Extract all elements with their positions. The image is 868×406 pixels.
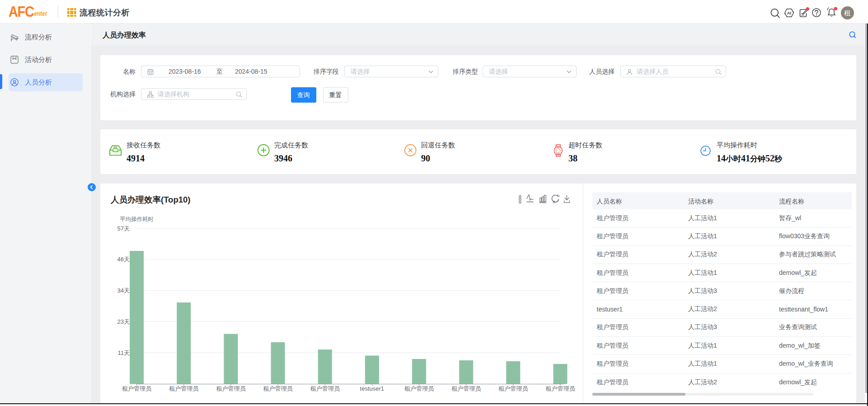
svg-text:46天: 46天 <box>117 256 130 263</box>
svg-text:租户管理员: 租户管理员 <box>122 385 152 392</box>
svg-text:租户管理员: 租户管理员 <box>263 385 293 392</box>
svg-text:testuser1: testuser1 <box>360 385 384 392</box>
svg-text:57天: 57天 <box>117 225 130 232</box>
svg-text:租户管理员: 租户管理员 <box>310 385 340 392</box>
svg-text:租户管理员: 租户管理员 <box>404 385 434 392</box>
svg-text:租户管理员: 租户管理员 <box>216 385 246 392</box>
svg-text:AI: AI <box>787 11 791 15</box>
svg-text:平均操作耗时: 平均操作耗时 <box>120 216 154 222</box>
svg-text:11天: 11天 <box>118 349 130 356</box>
svg-text:租户管理员: 租户管理员 <box>451 385 481 392</box>
svg-text:租户管理员: 租户管理员 <box>545 385 575 392</box>
svg-text:34天: 34天 <box>117 287 130 294</box>
svg-text:23天: 23天 <box>117 318 130 325</box>
svg-text:租户管理员: 租户管理员 <box>169 385 199 392</box>
svg-text:租户管理员: 租户管理员 <box>498 385 528 392</box>
